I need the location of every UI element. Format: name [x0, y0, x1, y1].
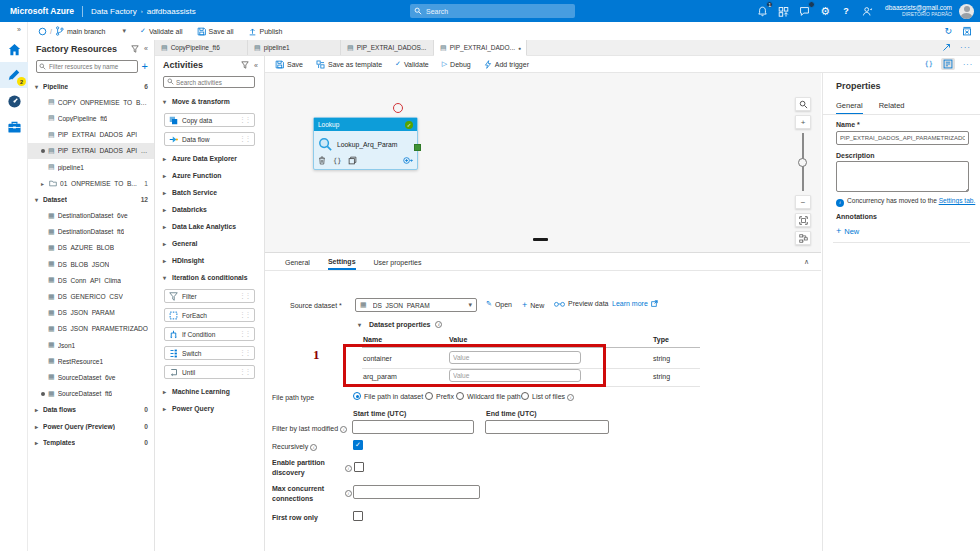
tree-item-dataset[interactable]: ▦RestResource1 [28, 353, 154, 369]
start-time-input[interactable] [352, 420, 474, 434]
tab-pipeline1[interactable]: ▤pipeline1 [248, 40, 341, 55]
group-azure-data-explorer[interactable]: ▸Azure Data Explorer [155, 151, 264, 166]
add-output-icon[interactable] [403, 156, 413, 165]
tree-item-dataset[interactable]: ▦Json1 [28, 337, 154, 353]
nav-monitor-button[interactable] [0, 88, 28, 114]
code-icon[interactable]: {} [333, 157, 341, 165]
group-machine-learning[interactable]: ▸Machine Learning [155, 384, 264, 399]
save-button[interactable]: Save [275, 60, 303, 69]
delete-icon[interactable] [318, 156, 326, 165]
help-icon[interactable]: ? [839, 4, 853, 18]
notifications-bell-icon[interactable]: 1 [755, 4, 769, 18]
tree-item-dataset[interactable]: ▦SourceDataset_ft6 [28, 386, 154, 402]
more-icon[interactable]: ··· [960, 43, 971, 52]
add-trigger-button[interactable]: Add trigger [484, 60, 529, 69]
breakpoint-circle[interactable] [393, 103, 403, 113]
zoom-out-button[interactable]: − [795, 195, 811, 209]
tree-item-dataset[interactable]: ▦DestinationDataset_ft6 [28, 224, 154, 240]
directory-filter-icon[interactable] [776, 4, 790, 18]
activity-chip-filter[interactable]: Filter⋮⋮ [164, 289, 255, 303]
tab-settings[interactable]: Settings [328, 254, 356, 270]
recursively-checkbox[interactable]: ✓ [353, 440, 363, 450]
radio-file-path-in-dataset[interactable]: File path in dataset [353, 392, 423, 400]
fit-to-screen-icon[interactable] [795, 213, 811, 227]
zoom-fit-icon[interactable] [795, 97, 811, 111]
expand-rail-icon[interactable]: » [0, 22, 27, 36]
filter-funnel-icon[interactable] [131, 45, 139, 53]
more-icon[interactable]: ··· [963, 61, 973, 68]
open-dataset-button[interactable]: ✎Open [486, 300, 512, 308]
end-time-input[interactable] [485, 420, 609, 434]
group-hdinsight[interactable]: ▸HDInsight [155, 253, 264, 268]
collapse-panel-chevron-icon[interactable]: ∧ [804, 258, 821, 266]
group-general[interactable]: ▸General [155, 236, 264, 251]
tab-properties-general[interactable]: General [836, 101, 863, 115]
learn-more-link[interactable]: Learn more [612, 300, 658, 307]
tree-section-pipeline[interactable]: ▾Pipeline6 [28, 78, 154, 94]
save-as-template-button[interactable]: Save as template [316, 60, 382, 69]
dataset-properties-expander[interactable]: ▾ Dataset properties i [358, 321, 442, 328]
repo-branch-selector[interactable]: / main branch ▾ [38, 26, 126, 36]
discard-all-icon[interactable] [962, 26, 972, 36]
partition-discovery-checkbox[interactable] [354, 462, 364, 472]
tree-item-dataset[interactable]: ▦DS_BLOB_JSON [28, 256, 154, 272]
settings-tab-link[interactable]: Settings tab. [939, 197, 976, 204]
group-move-transform[interactable]: ▾Move & transform [155, 94, 264, 109]
nav-author-button[interactable]: 2 [0, 62, 28, 88]
validate-all-button[interactable]: ✓ Validate all [140, 27, 183, 35]
publish-button[interactable]: Publish [248, 27, 283, 36]
avatar[interactable] [959, 4, 974, 19]
account-info[interactable]: dbaassists@gmail.com DIRETÓRIO PADRÃO [885, 4, 952, 17]
tab-pip-extrai-dados-parametrizado[interactable]: ▤PIP_EXTRAI_DADO...● [434, 40, 527, 56]
tree-item-dataset[interactable]: ▦DS_JSON_PARAMETRIZADO [28, 321, 154, 337]
radio-list-of-files[interactable]: List of filesi [521, 392, 574, 401]
filter-funnel-icon[interactable] [241, 61, 249, 69]
slider-thumb[interactable] [798, 158, 807, 167]
tree-item-dataset[interactable]: ▦DS_GENERICO_CSV [28, 288, 154, 304]
filter-resources-input[interactable] [36, 60, 138, 73]
tree-section-power-query[interactable]: ▸Power Query (Preview)0 [28, 418, 154, 434]
group-databricks[interactable]: ▸Databricks [155, 202, 264, 217]
pipeline-name-input[interactable] [836, 131, 969, 145]
max-concurrent-connections-input[interactable] [353, 485, 480, 499]
search-input[interactable] [410, 4, 575, 18]
settings-gear-icon[interactable]: ⚙ [818, 4, 832, 18]
first-row-only-checkbox[interactable] [353, 511, 363, 521]
auto-align-icon[interactable] [795, 231, 811, 245]
zoom-in-button[interactable]: + [795, 115, 811, 129]
properties-toggle-icon[interactable] [941, 58, 955, 70]
azure-brand[interactable]: Microsoft Azure [10, 6, 74, 16]
radio-wildcard-file-path[interactable]: Wildcard file path [456, 392, 521, 400]
tree-item-pipeline-selected[interactable]: ▤PIP_EXTRAI_DADOS_API_PAR... [28, 143, 154, 159]
nav-manage-button[interactable] [0, 114, 28, 140]
feedback-person-icon[interactable] [860, 4, 874, 18]
group-data-lake-analytics[interactable]: ▸Data Lake Analytics [155, 219, 264, 234]
activity-chip-switch[interactable]: Switch⋮⋮ [164, 346, 255, 360]
feedback-chat-icon[interactable] [797, 4, 811, 18]
save-all-button[interactable]: Save all [197, 27, 234, 36]
tree-item-dataset[interactable]: ▦SourceDataset_6ve [28, 369, 154, 385]
refresh-icon[interactable]: ↻ [944, 26, 952, 36]
tab-pip-extrai-dados[interactable]: ▤PIP_EXTRAI_DADOS... [341, 40, 434, 55]
debug-button[interactable]: ▷ Debug [442, 60, 471, 68]
source-dataset-dropdown[interactable]: ▦ DS_JSON_PARAM ▾ [355, 298, 477, 312]
canvas-horizontal-scrollbar[interactable] [533, 238, 548, 241]
nav-home-button[interactable] [0, 36, 28, 62]
output-port[interactable] [414, 144, 421, 151]
activity-chip-until[interactable]: Until⋮⋮ [164, 365, 255, 379]
validate-button[interactable]: ✓ Validate [395, 60, 429, 68]
tree-section-dataset[interactable]: ▾Dataset12 [28, 191, 154, 207]
pipeline-canvas[interactable]: Lookup ✓ Lookup_Arq_Param {} + − [265, 73, 821, 252]
code-view-icon[interactable]: {} [925, 60, 933, 68]
activity-chip-if-condition[interactable]: If Condition⋮⋮ [164, 327, 255, 341]
group-iteration-conditionals[interactable]: ▾Iteration & conditionals [155, 270, 264, 285]
description-textarea[interactable] [836, 161, 969, 192]
breadcrumb-app[interactable]: Data Factory [91, 7, 137, 16]
tree-item-dataset[interactable]: ▦DestinationDataset_6ve [28, 208, 154, 224]
tab-general[interactable]: General [285, 255, 310, 269]
tree-section-templates[interactable]: ▸Templates0 [28, 434, 154, 450]
radio-prefix[interactable]: Prefix [425, 392, 454, 400]
tree-item-dataset[interactable]: ▦DS_JSON_PARAM [28, 305, 154, 321]
clone-icon[interactable] [348, 156, 357, 165]
activity-chip-data-flow[interactable]: Data flow⋮⋮ [164, 132, 255, 146]
